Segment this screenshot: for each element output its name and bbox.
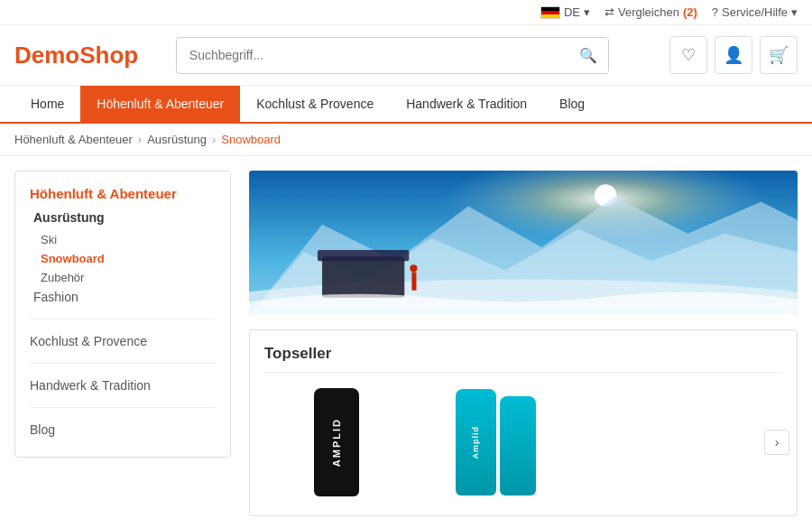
topseller-items: AMPLID Amplid › — [264, 384, 782, 501]
top-bar: DE ▾ ⇄ Vergleichen (2) ? Service/Hilfe ▾ — [0, 0, 812, 25]
snowboard-teal-2 — [500, 396, 536, 496]
compare-count: (2) — [683, 5, 697, 19]
flag-icon — [540, 6, 560, 19]
nav-blog[interactable]: Blog — [543, 86, 601, 122]
sidebar-item-snowboard[interactable]: Snowboard — [41, 249, 216, 268]
topseller-title: Topseller — [264, 345, 782, 373]
logo-shop: Shop — [79, 42, 138, 69]
snow-scene — [249, 171, 798, 315]
sidebar-divider-2 — [30, 363, 216, 364]
service-menu[interactable]: ? Service/Hilfe ▾ — [712, 5, 798, 19]
svg-rect-8 — [411, 272, 416, 290]
compare-button[interactable]: ⇄ Vergleichen (2) — [604, 5, 697, 19]
main-navigation: Home Höhenluft & Abenteuer Kochlust & Pr… — [0, 86, 812, 124]
sidebar-sub-items: Ski Snowboard Zubehör — [30, 230, 216, 287]
nav-hoehenluft[interactable]: Höhenluft & Abenteuer — [80, 86, 240, 122]
svg-point-9 — [410, 264, 417, 272]
cart-button[interactable]: 🛒 — [760, 36, 798, 74]
service-label: Service/Hilfe — [722, 5, 788, 19]
logo-demo: Demo — [14, 42, 79, 69]
sidebar-item-kochlust[interactable]: Kochlust & Provence — [30, 329, 216, 354]
question-icon: ? — [712, 5, 718, 19]
sidebar-sub-cat: Ausrüstung — [30, 210, 216, 225]
sidebar-item-zubehoer[interactable]: Zubehör — [41, 268, 216, 287]
sidebar-item-fashion[interactable]: Fashion — [30, 287, 216, 310]
breadcrumb-current: Snowboard — [221, 133, 281, 146]
sidebar-item-handwerk[interactable]: Handwerk & Tradition — [30, 373, 216, 398]
topseller-box: Topseller AMPLID Amplid — [249, 329, 798, 516]
site-logo[interactable]: DemoShop — [14, 42, 138, 69]
wishlist-button[interactable]: ♡ — [669, 36, 707, 74]
chevron-service-icon: ▾ — [791, 5, 798, 19]
sidebar: Höhenluft & Abenteuer Ausrüstung Ski Sno… — [14, 171, 231, 458]
heart-icon: ♡ — [681, 45, 696, 65]
breadcrumb-sep-1: › — [138, 133, 142, 146]
account-button[interactable]: 👤 — [715, 36, 752, 74]
breadcrumb: Höhenluft & Abenteuer › Ausrüstung › Sno… — [0, 124, 812, 156]
compare-label: Vergleichen — [618, 5, 679, 19]
search-button[interactable]: 🔍 — [568, 38, 608, 73]
sidebar-item-ski[interactable]: Ski — [41, 230, 216, 249]
hero-banner — [249, 171, 798, 315]
lang-label: DE — [564, 5, 580, 19]
search-input[interactable] — [177, 39, 568, 71]
product1-brand: AMPLID — [331, 418, 342, 467]
sidebar-divider-1 — [30, 319, 216, 320]
chevron-right-icon: › — [775, 435, 780, 449]
nav-handwerk[interactable]: Handwerk & Tradition — [390, 86, 543, 122]
user-icon: 👤 — [724, 45, 743, 65]
main-content: Topseller AMPLID Amplid — [249, 171, 798, 516]
content-area: Höhenluft & Abenteuer Ausrüstung Ski Sno… — [0, 156, 812, 528]
cart-icon: 🛒 — [769, 45, 789, 65]
nav-kochlust[interactable]: Kochlust & Provence — [240, 86, 390, 122]
svg-rect-7 — [318, 250, 409, 261]
compare-icon: ⇄ — [604, 5, 614, 19]
chevron-down-icon: ▾ — [584, 5, 590, 19]
header: DemoShop 🔍 ♡ 👤 🛒 — [0, 25, 812, 86]
sidebar-item-blog[interactable]: Blog — [30, 417, 216, 442]
sidebar-main-cat: Höhenluft & Abenteuer — [30, 186, 216, 201]
product-item-2[interactable]: Amplid — [423, 384, 567, 501]
breadcrumb-hoehenluft[interactable]: Höhenluft & Abenteuer — [14, 133, 133, 146]
breadcrumb-sep-2: › — [212, 133, 216, 146]
search-bar: 🔍 — [176, 37, 609, 74]
search-icon: 🔍 — [579, 48, 597, 63]
language-selector[interactable]: DE ▾ — [540, 5, 590, 19]
carousel-next-button[interactable]: › — [764, 430, 789, 455]
snowboard-group: Amplid — [456, 389, 536, 496]
svg-rect-6 — [322, 256, 404, 298]
product-item-1[interactable]: AMPLID — [264, 384, 409, 501]
snowboard-teal-1: Amplid — [456, 389, 496, 496]
header-icons: ♡ 👤 🛒 — [669, 36, 798, 74]
breadcrumb-ausruestung[interactable]: Ausrüstung — [147, 133, 207, 146]
product2-brand: Amplid — [471, 426, 480, 459]
sidebar-divider-3 — [30, 407, 216, 408]
nav-home[interactable]: Home — [14, 86, 80, 122]
snowboard-black: AMPLID — [314, 388, 359, 496]
